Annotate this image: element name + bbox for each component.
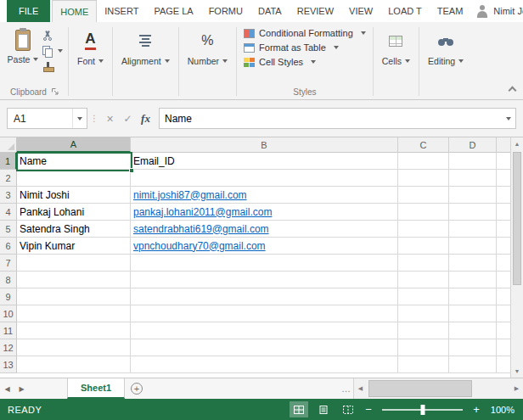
cell-C5[interactable] <box>398 221 449 238</box>
cell-B12[interactable] <box>131 339 398 356</box>
cell-partial-9[interactable] <box>497 288 510 305</box>
row-header-6[interactable]: 6 <box>0 238 17 255</box>
select-all-corner[interactable] <box>0 137 17 153</box>
user-account[interactable]: Nimit Joshi <box>470 0 523 22</box>
alignment-group-button[interactable]: Alignment <box>116 25 175 66</box>
cell-A1[interactable]: Name <box>17 153 131 170</box>
vertical-scrollbar[interactable] <box>510 137 523 378</box>
cell-D4[interactable] <box>449 204 497 221</box>
cell-D12[interactable] <box>449 339 497 356</box>
cell-partial-11[interactable] <box>497 322 510 339</box>
horizontal-scroll-track[interactable] <box>367 378 510 399</box>
cell-B2[interactable] <box>131 170 398 187</box>
vertical-scroll-thumb[interactable] <box>513 152 521 285</box>
cell-B7[interactable] <box>131 255 398 272</box>
sheet-tab-sheet1[interactable]: Sheet1 <box>67 378 125 399</box>
cell-partial-7[interactable] <box>497 255 510 272</box>
row-header-12[interactable]: 12 <box>0 339 17 356</box>
cell-C1[interactable] <box>398 153 449 170</box>
cut-button[interactable] <box>42 30 63 41</box>
cell-partial-12[interactable] <box>497 339 510 356</box>
tab-page-la[interactable]: PAGE LA <box>146 0 200 22</box>
cell-partial-8[interactable] <box>497 272 510 288</box>
cell-D8[interactable] <box>449 272 497 288</box>
cell-partial-3[interactable] <box>497 187 510 204</box>
cell-styles-button[interactable]: Cell Styles <box>240 56 369 68</box>
cell-C3[interactable] <box>398 187 449 204</box>
tab-team[interactable]: TEAM <box>430 0 471 22</box>
cell-B9[interactable] <box>131 288 398 305</box>
scroll-left-icon[interactable] <box>354 385 367 392</box>
tab-file[interactable]: FILE <box>7 0 50 22</box>
tab-home[interactable]: HOME <box>52 0 97 22</box>
cell-partial-1[interactable] <box>497 153 510 170</box>
cell-C7[interactable] <box>398 255 449 272</box>
column-header-a[interactable]: A <box>17 137 131 153</box>
cell-partial-2[interactable] <box>497 170 510 187</box>
conditional-formatting-button[interactable]: Conditional Formatting <box>240 27 369 39</box>
column-header-partial[interactable] <box>497 137 510 153</box>
sheet-nav-right-icon[interactable] <box>14 378 29 399</box>
email-link[interactable]: pankaj.lohani2011@gmail.com <box>133 206 272 218</box>
row-header-1[interactable]: 1 <box>0 153 17 170</box>
cell-C12[interactable] <box>398 339 449 356</box>
font-group-button[interactable]: Font <box>72 25 109 66</box>
cell-A13[interactable] <box>17 356 131 373</box>
format-painter-button[interactable] <box>42 60 63 71</box>
cell-C10[interactable] <box>398 305 449 322</box>
cell-B8[interactable] <box>131 272 398 288</box>
cancel-button[interactable] <box>101 108 119 129</box>
cell-A11[interactable] <box>17 322 131 339</box>
page-break-preview-button[interactable] <box>339 401 357 417</box>
cell-C9[interactable] <box>398 288 449 305</box>
cell-B6[interactable]: vpnchoudhary70@gmail.com <box>131 238 398 255</box>
zoom-slider-thumb[interactable] <box>420 405 425 415</box>
zoom-slider[interactable] <box>382 409 463 411</box>
email-link[interactable]: nimit.joshi87@gmail.com <box>133 189 247 201</box>
row-header-4[interactable]: 4 <box>0 204 17 221</box>
cell-B3[interactable]: nimit.joshi87@gmail.com <box>131 187 398 204</box>
email-link[interactable]: vpnchoudhary70@gmail.com <box>133 240 266 252</box>
number-group-button[interactable]: Number <box>183 25 233 66</box>
cell-A2[interactable] <box>17 170 131 187</box>
cell-D6[interactable] <box>449 238 497 255</box>
cell-A3[interactable]: Nimit Joshi <box>17 187 131 204</box>
cell-A12[interactable] <box>17 339 131 356</box>
scroll-right-icon[interactable] <box>510 385 523 392</box>
cell-B11[interactable] <box>131 322 398 339</box>
cell-partial-6[interactable] <box>497 238 510 255</box>
cell-B5[interactable]: satendrabhati619@gmail.com <box>131 221 398 238</box>
tab-formu[interactable]: FORMU <box>201 0 250 22</box>
cell-A6[interactable]: Vipin Kumar <box>17 238 131 255</box>
row-header-7[interactable]: 7 <box>0 255 17 272</box>
email-link[interactable]: satendrabhati619@gmail.com <box>133 223 269 235</box>
cell-B1[interactable]: Email_ID <box>131 153 398 170</box>
column-header-d[interactable]: D <box>449 137 497 153</box>
cell-D9[interactable] <box>449 288 497 305</box>
row-header-11[interactable]: 11 <box>0 322 17 339</box>
collapse-ribbon-icon[interactable] <box>509 87 517 95</box>
row-header-13[interactable]: 13 <box>0 356 17 373</box>
editing-group-button[interactable]: Editing <box>423 25 469 66</box>
column-header-b[interactable]: B <box>131 137 398 153</box>
tab-data[interactable]: DATA <box>250 0 290 22</box>
cell-D10[interactable] <box>449 305 497 322</box>
zoom-level[interactable]: 100% <box>487 405 515 415</box>
name-box[interactable]: A1 <box>7 108 87 129</box>
formula-input[interactable]: Name <box>159 108 516 129</box>
cells-group-button[interactable]: Cells <box>377 25 415 66</box>
cell-A7[interactable] <box>17 255 131 272</box>
row-header-9[interactable]: 9 <box>0 288 17 305</box>
insert-function-button[interactable]: fx <box>137 108 155 129</box>
enter-button[interactable] <box>119 108 137 129</box>
cell-B13[interactable] <box>131 356 398 373</box>
cell-D5[interactable] <box>449 221 497 238</box>
column-header-c[interactable]: C <box>398 137 449 153</box>
page-layout-view-button[interactable] <box>314 401 333 417</box>
cell-C8[interactable] <box>398 272 449 288</box>
normal-view-button[interactable] <box>290 401 308 417</box>
paste-button[interactable]: Paste <box>5 25 41 85</box>
copy-button[interactable] <box>42 45 63 56</box>
sheet-nav-left-icon[interactable] <box>0 378 14 399</box>
cell-partial-10[interactable] <box>497 305 510 322</box>
